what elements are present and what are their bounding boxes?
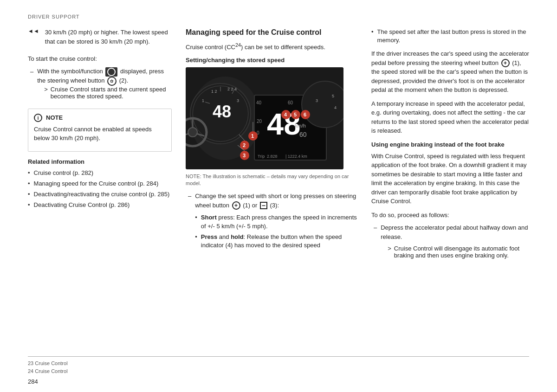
dash-text-1: With the symbol/function bbox=[37, 68, 103, 75]
svg-text:1: 1 bbox=[251, 133, 254, 139]
header-text: DRIVER SUPPORT bbox=[28, 14, 80, 19]
sub-section-title: Setting/changing the stored speed bbox=[186, 57, 357, 64]
right-para2: A temporary increase in speed with the a… bbox=[371, 99, 529, 135]
dash-bg: 1 2 2 2 4 1 3 48 bbox=[186, 67, 343, 169]
list-item[interactable]: Managing speed for the Cruise control (p… bbox=[28, 180, 172, 188]
svg-text:km/h: km/h bbox=[295, 123, 306, 129]
change-speed-item: – Change the set speed with short or lon… bbox=[186, 192, 357, 252]
svg-text:6: 6 bbox=[304, 112, 306, 117]
svg-point-26 bbox=[302, 81, 343, 128]
middle-section-title: Managing speed for the Cruise control bbox=[186, 28, 357, 38]
intro-block: ◄◄ 30 km/h (20 mph) or higher. The lowes… bbox=[28, 28, 172, 50]
sub-item-text: Cruise Control starts and the current sp… bbox=[51, 86, 172, 100]
svg-text:1 2: 1 2 bbox=[211, 89, 217, 94]
footnote-2: 24 Cruise Control bbox=[28, 367, 529, 376]
left-column: ◄◄ 30 km/h (20 mph) or higher. The lowes… bbox=[28, 28, 172, 264]
svg-text:4: 4 bbox=[334, 105, 337, 110]
list-item[interactable]: Deactivating Cruise Control (p. 286) bbox=[28, 201, 172, 209]
svg-text:5: 5 bbox=[294, 112, 297, 117]
engine-braking-body: With Cruise Control, speed is regulated … bbox=[371, 152, 529, 206]
right-sub-text: Cruise Control will disengage its automa… bbox=[394, 245, 529, 259]
right-dash-content: Depress the accelerator pedal about half… bbox=[381, 223, 529, 261]
svg-text:40: 40 bbox=[256, 100, 262, 105]
change-speed-text: Change the set speed with short or long … bbox=[195, 192, 357, 210]
note-label: NOTE bbox=[46, 114, 63, 121]
svg-text:2.828: 2.828 bbox=[267, 154, 278, 159]
img-caption: NOTE: The illustration is schematic – de… bbox=[186, 173, 357, 187]
cruise-icon bbox=[105, 67, 117, 77]
svg-text:| 1222.4 km: | 1222.4 km bbox=[285, 154, 307, 159]
svg-point-13 bbox=[188, 128, 197, 137]
dash-svg: 1 2 2 2 4 1 3 48 bbox=[186, 67, 343, 169]
back-arrow-icon: ◄◄ bbox=[28, 28, 39, 50]
footnote-area: 23 Cruise Control 24 Cruise Control bbox=[28, 356, 529, 376]
right-dash-text: Depress the accelerator pedal about half… bbox=[381, 223, 529, 241]
middle-intro: Cruise control (CC24) can be set to diff… bbox=[186, 41, 357, 52]
svg-text:48: 48 bbox=[213, 102, 231, 121]
intro-text: 30 km/h (20 mph) or higher. The lowest s… bbox=[45, 28, 172, 46]
right-top-list: The speed set after the last button pres… bbox=[371, 28, 529, 45]
list-item[interactable]: Deactivating/reactivating the cruise con… bbox=[28, 190, 172, 199]
info-icon: i bbox=[34, 114, 42, 122]
content-columns: ◄◄ 30 km/h (20 mph) or higher. The lowes… bbox=[28, 28, 529, 264]
right-para1: If the driver increases the car's speed … bbox=[371, 49, 529, 95]
svg-text:3: 3 bbox=[316, 98, 318, 103]
minus-button-icon: − bbox=[260, 202, 267, 209]
to-do-text: To do so, proceed as follows: bbox=[371, 211, 529, 220]
speed-change-list: Short press: Each press changes the spee… bbox=[195, 213, 357, 250]
svg-text:3: 3 bbox=[237, 98, 239, 103]
gt-symbol: > bbox=[44, 86, 48, 100]
related-list: Cruise control (p. 282) Managing speed f… bbox=[28, 169, 172, 210]
page: DRIVER SUPPORT ◄◄ 30 km/h (20 mph) or hi… bbox=[0, 0, 557, 392]
svg-text:1: 1 bbox=[202, 98, 204, 103]
svg-text:2 2 4: 2 2 4 bbox=[227, 87, 237, 91]
engine-braking-title: Using engine braking instead of the foot… bbox=[371, 141, 529, 148]
to-start-text: To start the cruise control: bbox=[28, 54, 172, 64]
svg-text:60: 60 bbox=[299, 131, 307, 138]
footnote-1: 23 Cruise Control bbox=[28, 360, 529, 368]
right-dash-symbol: – bbox=[374, 224, 377, 261]
middle-column: Managing speed for the Cruise control Cr… bbox=[186, 28, 357, 264]
dash-symbol: – bbox=[30, 68, 33, 102]
list-item[interactable]: Cruise control (p. 282) bbox=[28, 169, 172, 177]
svg-text:2: 2 bbox=[243, 142, 246, 148]
dashboard-image: 1 2 2 2 4 1 3 48 bbox=[186, 67, 343, 169]
plus-btn-right: + bbox=[501, 59, 510, 67]
related-title: Related information bbox=[28, 158, 172, 165]
list-item-short: Short press: Each press changes the spee… bbox=[195, 213, 357, 230]
dash-content: With the symbol/function displayed, pres… bbox=[37, 67, 172, 102]
list-item-hold: Press and hold: Release the button when … bbox=[195, 233, 357, 250]
right-column: The speed set after the last button pres… bbox=[371, 28, 529, 264]
svg-text:20: 20 bbox=[257, 119, 262, 124]
svg-text:5: 5 bbox=[332, 94, 334, 98]
sub-item: > Cruise Control starts and the current … bbox=[44, 86, 172, 100]
note-header: i NOTE bbox=[34, 114, 166, 122]
svg-text:Trip: Trip bbox=[258, 154, 265, 159]
note-text: Cruise Control cannot be enabled at spee… bbox=[34, 125, 166, 143]
right-gt-symbol: > bbox=[388, 245, 391, 259]
steering-wheel-icon: ✿ bbox=[107, 77, 117, 86]
note-box: i NOTE Cruise Control cannot be enabled … bbox=[28, 109, 172, 152]
related-info: Related information Cruise control (p. 2… bbox=[28, 158, 172, 210]
dash-item-1: – With the symbol/function displayed, pr… bbox=[28, 67, 172, 102]
change-speed-content: Change the set speed with short or long … bbox=[195, 192, 357, 252]
right-sub-item: > Cruise Control will disengage its auto… bbox=[388, 245, 529, 259]
dash-symbol-2: – bbox=[188, 193, 191, 252]
svg-text:3: 3 bbox=[243, 153, 246, 158]
plus-button-icon: + bbox=[232, 201, 240, 210]
page-header: DRIVER SUPPORT bbox=[28, 14, 529, 19]
right-dash-item: – Depress the accelerator pedal about ha… bbox=[371, 223, 529, 261]
svg-text:60: 60 bbox=[288, 100, 293, 105]
page-number: 284 bbox=[28, 378, 38, 385]
dash-text-3: (2). bbox=[119, 77, 129, 84]
list-item-memory: The speed set after the last button pres… bbox=[371, 28, 529, 45]
svg-text:4: 4 bbox=[284, 112, 287, 117]
